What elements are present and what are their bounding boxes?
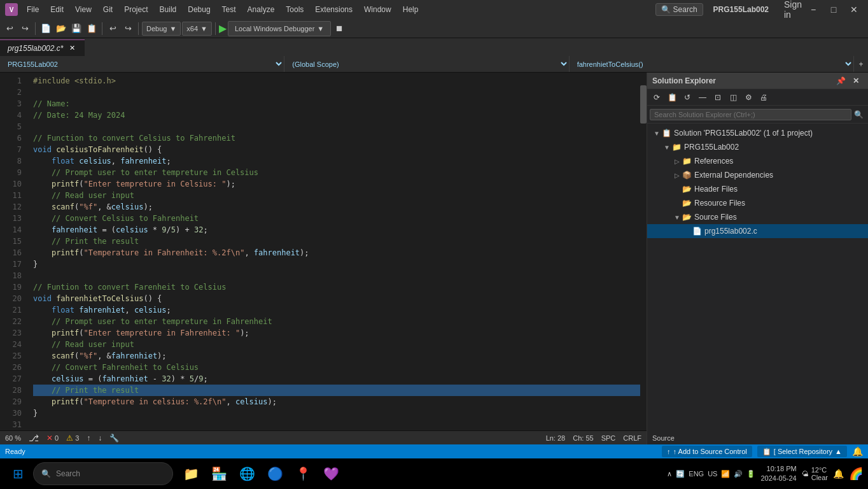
menu-item-build[interactable]: Build [155, 3, 182, 17]
add-source-control-button[interactable]: ↑ ↑ Add to Source Control [662, 446, 752, 457]
stop-button[interactable]: ⏹ [332, 22, 346, 36]
down-arrow-icon[interactable]: ↓ [98, 434, 102, 443]
menu-item-analyze[interactable]: Analyze [242, 3, 280, 17]
minimize-button[interactable]: − [804, 3, 822, 17]
menu-item-extensions[interactable]: Extensions [310, 3, 358, 17]
code-line [33, 87, 640, 98]
menu-item-git[interactable]: Git [98, 3, 118, 17]
run-play-button[interactable]: ▶ [219, 22, 227, 34]
se-item-icon: 📂 [682, 212, 692, 222]
menu-item-tools[interactable]: Tools [281, 3, 309, 17]
new-file-button[interactable]: 📄 [39, 22, 53, 36]
battery-icon: 🔋 [746, 470, 755, 478]
se-refresh-button[interactable]: ↺ [680, 90, 694, 104]
select-repository-button[interactable]: 📋 [ Select Repository ▲ [757, 446, 847, 457]
maximize-button[interactable]: □ [825, 3, 843, 17]
error-status: ✕ 0 [46, 434, 59, 443]
taskbar-app-maps[interactable]: 📍 [290, 461, 316, 486]
menu-item-debug[interactable]: Debug [183, 3, 215, 17]
forward-button[interactable]: ↪ [18, 22, 32, 36]
menu-item-project[interactable]: Project [119, 3, 153, 17]
code-line: // Read user input [33, 339, 640, 350]
se-collapse-button[interactable]: — [696, 90, 710, 104]
global-scope-select[interactable]: (Global Scope) [284, 56, 569, 72]
code-line: // Name: [33, 98, 640, 110]
search-icon: 🔍 [661, 5, 671, 14]
code-line: printf("Tempreture in celsius: %.2f\n", … [33, 396, 640, 408]
rainbow-icon[interactable]: 🌈 [849, 467, 863, 481]
se-expand-icon [673, 185, 682, 194]
code-line: // Prompt user to enter tempreture in Ce… [33, 167, 640, 178]
se-item-icon: 📦 [682, 170, 692, 180]
git-icon[interactable]: ⎇ [29, 433, 39, 443]
open-button[interactable]: 📂 [54, 22, 68, 36]
line-numbers: 1234567891011121314151617181920212223242… [0, 73, 28, 430]
se-pin-button[interactable]: 📌 [834, 74, 848, 88]
save-all-button[interactable]: 📋 [85, 22, 99, 36]
new-tab-button[interactable]: + [854, 56, 868, 72]
up-arrow-icon[interactable]: ↑ [87, 434, 90, 443]
redo-button[interactable]: ↪ [121, 22, 135, 36]
menu-item-view[interactable]: View [70, 3, 97, 17]
se-props-button[interactable]: 📋 [665, 90, 679, 104]
window-controls: Sign in − □ ✕ [784, 3, 863, 17]
line-number: 12 [0, 201, 22, 213]
se-tree-item[interactable]: ▷📦External Dependencies [647, 168, 868, 182]
taskbar-app-chrome[interactable]: 🔵 [262, 461, 288, 486]
title-search-box[interactable]: 🔍 Search [655, 3, 703, 16]
se-tree-item[interactable]: ▼📋Solution 'PRG155Lab002' (1 of 1 projec… [647, 126, 868, 140]
se-tree-item[interactable]: 📂Header Files [647, 182, 868, 196]
menu-item-test[interactable]: Test [217, 3, 241, 17]
se-expand-icon: ▼ [673, 213, 682, 222]
system-tray-icons[interactable]: ∧ [667, 470, 672, 478]
se-search-button[interactable]: 🔍 [851, 108, 865, 122]
line-number: 14 [0, 224, 22, 236]
editor-content: 1234567891011121314151617181920212223242… [0, 73, 647, 430]
taskbar-app-store[interactable]: 🏪 [206, 461, 232, 486]
se-sync-button[interactable]: ⟳ [650, 90, 664, 104]
menu-item-file[interactable]: File [22, 3, 44, 17]
taskbar-app-files[interactable]: 📁 [178, 461, 204, 486]
se-preview-button[interactable]: ◫ [726, 90, 740, 104]
run-dropdown[interactable]: Local Windows Debugger ▼ [228, 21, 331, 36]
taskbar-app-vs[interactable]: 💜 [318, 461, 344, 486]
back-button[interactable]: ↩ [3, 22, 17, 36]
debug-mode-dropdown[interactable]: Debug ▼ [142, 22, 181, 36]
sign-in-button[interactable]: Sign in [784, 3, 802, 17]
taskbar-app-edge[interactable]: 🌐 [234, 461, 260, 486]
menu-item-help[interactable]: Help [398, 3, 424, 17]
build-icon[interactable]: 🔧 [109, 434, 119, 443]
se-tree-item[interactable]: 📄prg155lab002.c [647, 224, 868, 238]
code-editor[interactable]: #include <stdio.h>// Name:// Date: 24 Ma… [28, 73, 640, 430]
line-number: 19 [0, 281, 22, 293]
se-filter-button[interactable]: ⊡ [711, 90, 725, 104]
se-search-input[interactable] [650, 109, 851, 120]
se-print-button[interactable]: 🖨 [757, 90, 771, 104]
se-tree-item[interactable]: ▷📁References [647, 154, 868, 168]
menu-item-window[interactable]: Window [359, 3, 396, 17]
code-line: void fahrenhietToCelsius() { [33, 293, 640, 304]
se-expand-icon: ▼ [652, 129, 661, 138]
se-tree-item[interactable]: 📂Resource Files [647, 196, 868, 210]
notification-bell-icon[interactable]: 🔔 [852, 446, 863, 457]
menu-item-edit[interactable]: Edit [45, 3, 69, 17]
line-number: 1 [0, 75, 22, 87]
platform-dropdown[interactable]: x64 ▼ [182, 22, 212, 36]
notification-icon[interactable]: 🔔 [833, 469, 844, 479]
project-scope-select[interactable]: PRG155Lab002 [0, 56, 284, 72]
taskbar-search-box[interactable]: 🔍 Search [33, 462, 173, 485]
code-line: printf("Enter tempreture in Celsius: "); [33, 178, 640, 190]
line-number: 11 [0, 190, 22, 201]
save-button[interactable]: 💾 [69, 22, 83, 36]
start-button[interactable]: ⊞ [5, 461, 31, 486]
minimap-scrollbar[interactable] [640, 73, 647, 430]
function-select[interactable]: fahrenhietToCelsius() [570, 56, 854, 72]
se-close-button[interactable]: ✕ [849, 74, 863, 88]
tab-close-button[interactable]: ✕ [67, 43, 77, 53]
se-settings-button[interactable]: ⚙ [741, 90, 755, 104]
close-button[interactable]: ✕ [845, 3, 863, 17]
tab-main-file[interactable]: prg155lab002.c* ✕ [0, 39, 85, 56]
undo-button[interactable]: ↩ [106, 22, 120, 36]
se-tree-item[interactable]: ▼📂Source Files [647, 210, 868, 224]
se-tree-item[interactable]: ▼📁PRG155Lab002 [647, 140, 868, 154]
